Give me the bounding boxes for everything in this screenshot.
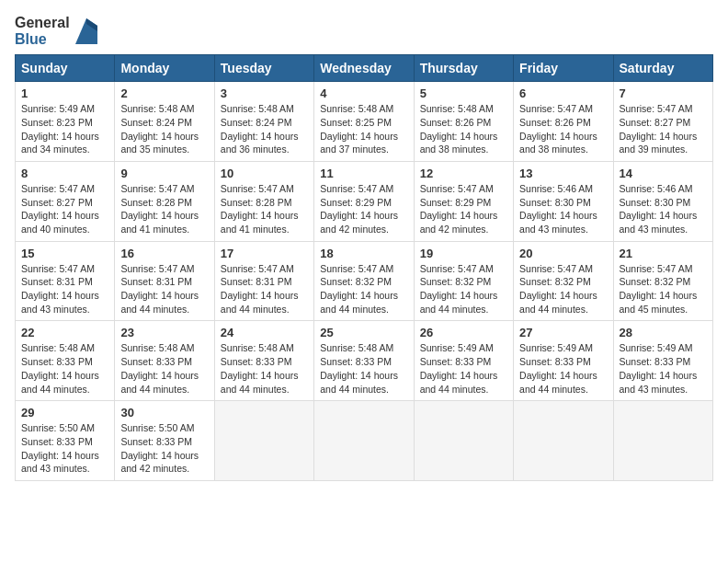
- calendar-day-cell: 5Sunrise: 5:48 AM Sunset: 8:26 PM Daylig…: [414, 82, 513, 162]
- day-info: Sunrise: 5:47 AM Sunset: 8:26 PM Dayligh…: [519, 102, 607, 156]
- calendar-day-cell: 3Sunrise: 5:48 AM Sunset: 8:24 PM Daylig…: [214, 82, 313, 162]
- calendar-day-cell: 14Sunrise: 5:46 AM Sunset: 8:30 PM Dayli…: [613, 161, 712, 241]
- day-info: Sunrise: 5:48 AM Sunset: 8:33 PM Dayligh…: [221, 341, 308, 396]
- day-number: 14: [620, 167, 707, 180]
- logo: General Blue: [15, 15, 97, 47]
- day-number: 10: [221, 167, 308, 180]
- calendar-day-cell: [414, 401, 513, 481]
- day-number: 18: [320, 247, 407, 260]
- calendar-day-cell: 11Sunrise: 5:47 AM Sunset: 8:29 PM Dayli…: [314, 161, 414, 241]
- calendar-day-cell: 12Sunrise: 5:47 AM Sunset: 8:29 PM Dayli…: [414, 161, 513, 241]
- calendar-day-cell: 27Sunrise: 5:49 AM Sunset: 8:33 PM Dayli…: [514, 321, 613, 401]
- calendar-day-cell: 25Sunrise: 5:48 AM Sunset: 8:33 PM Dayli…: [314, 321, 414, 401]
- day-info: Sunrise: 5:47 AM Sunset: 8:31 PM Dayligh…: [120, 262, 208, 316]
- calendar-day-cell: 21Sunrise: 5:47 AM Sunset: 8:32 PM Dayli…: [613, 241, 712, 321]
- calendar-day-cell: 16Sunrise: 5:47 AM Sunset: 8:31 PM Dayli…: [115, 241, 214, 321]
- day-info: Sunrise: 5:47 AM Sunset: 8:29 PM Dayligh…: [420, 182, 507, 236]
- day-info: Sunrise: 5:50 AM Sunset: 8:33 PM Dayligh…: [21, 421, 108, 476]
- day-info: Sunrise: 5:50 AM Sunset: 8:33 PM Dayligh…: [120, 421, 208, 476]
- day-info: Sunrise: 5:48 AM Sunset: 8:25 PM Dayligh…: [320, 102, 407, 156]
- calendar-day-cell: 24Sunrise: 5:48 AM Sunset: 8:33 PM Dayli…: [214, 321, 313, 401]
- day-info: Sunrise: 5:49 AM Sunset: 8:33 PM Dayligh…: [519, 341, 607, 396]
- calendar-day-cell: 10Sunrise: 5:47 AM Sunset: 8:28 PM Dayli…: [214, 161, 313, 241]
- day-info: Sunrise: 5:48 AM Sunset: 8:33 PM Dayligh…: [320, 341, 407, 396]
- day-number: 29: [21, 406, 108, 419]
- day-info: Sunrise: 5:46 AM Sunset: 8:30 PM Dayligh…: [620, 182, 707, 236]
- calendar-day-cell: 4Sunrise: 5:48 AM Sunset: 8:25 PM Daylig…: [314, 82, 414, 162]
- day-number: 16: [120, 247, 208, 260]
- day-info: Sunrise: 5:47 AM Sunset: 8:32 PM Dayligh…: [420, 262, 507, 316]
- day-number: 22: [21, 326, 108, 339]
- calendar-header-row: SundayMondayTuesdayWednesdayThursdayFrid…: [16, 55, 713, 82]
- calendar-day-cell: 29Sunrise: 5:50 AM Sunset: 8:33 PM Dayli…: [16, 401, 115, 481]
- day-number: 4: [320, 86, 407, 100]
- calendar-week-row: 29Sunrise: 5:50 AM Sunset: 8:33 PM Dayli…: [16, 401, 713, 481]
- day-number: 26: [420, 326, 507, 339]
- day-info: Sunrise: 5:47 AM Sunset: 8:27 PM Dayligh…: [620, 102, 707, 156]
- day-number: 17: [221, 247, 308, 260]
- calendar-day-cell: 20Sunrise: 5:47 AM Sunset: 8:32 PM Dayli…: [514, 241, 613, 321]
- calendar-day-cell: [314, 401, 414, 481]
- day-number: 15: [21, 247, 108, 260]
- calendar-day-cell: 19Sunrise: 5:47 AM Sunset: 8:32 PM Dayli…: [414, 241, 513, 321]
- day-info: Sunrise: 5:49 AM Sunset: 8:33 PM Dayligh…: [420, 341, 507, 396]
- day-info: Sunrise: 5:48 AM Sunset: 8:24 PM Dayligh…: [221, 102, 308, 156]
- day-info: Sunrise: 5:47 AM Sunset: 8:28 PM Dayligh…: [120, 182, 208, 236]
- day-of-week-header: Thursday: [414, 55, 513, 82]
- calendar-week-row: 8Sunrise: 5:47 AM Sunset: 8:27 PM Daylig…: [16, 161, 713, 241]
- calendar-day-cell: 17Sunrise: 5:47 AM Sunset: 8:31 PM Dayli…: [214, 241, 313, 321]
- day-number: 12: [420, 167, 507, 180]
- day-number: 11: [320, 167, 407, 180]
- day-number: 6: [519, 86, 607, 100]
- day-number: 28: [620, 326, 707, 339]
- day-info: Sunrise: 5:46 AM Sunset: 8:30 PM Dayligh…: [519, 182, 607, 236]
- day-number: 24: [221, 326, 308, 339]
- calendar-day-cell: 22Sunrise: 5:48 AM Sunset: 8:33 PM Dayli…: [16, 321, 115, 401]
- calendar-day-cell: 7Sunrise: 5:47 AM Sunset: 8:27 PM Daylig…: [613, 82, 712, 162]
- calendar-day-cell: 28Sunrise: 5:49 AM Sunset: 8:33 PM Dayli…: [613, 321, 712, 401]
- calendar-week-row: 22Sunrise: 5:48 AM Sunset: 8:33 PM Dayli…: [16, 321, 713, 401]
- day-info: Sunrise: 5:47 AM Sunset: 8:29 PM Dayligh…: [320, 182, 407, 236]
- calendar-day-cell: 26Sunrise: 5:49 AM Sunset: 8:33 PM Dayli…: [414, 321, 513, 401]
- day-info: Sunrise: 5:47 AM Sunset: 8:31 PM Dayligh…: [21, 262, 108, 316]
- calendar-day-cell: [613, 401, 712, 481]
- day-number: 20: [519, 247, 607, 260]
- calendar-week-row: 15Sunrise: 5:47 AM Sunset: 8:31 PM Dayli…: [16, 241, 713, 321]
- day-info: Sunrise: 5:47 AM Sunset: 8:32 PM Dayligh…: [519, 262, 607, 316]
- day-info: Sunrise: 5:47 AM Sunset: 8:32 PM Dayligh…: [620, 262, 707, 316]
- day-number: 2: [120, 86, 208, 100]
- day-of-week-header: Wednesday: [314, 55, 414, 82]
- calendar-week-row: 1Sunrise: 5:49 AM Sunset: 8:23 PM Daylig…: [16, 82, 713, 162]
- calendar-day-cell: 15Sunrise: 5:47 AM Sunset: 8:31 PM Dayli…: [16, 241, 115, 321]
- day-number: 23: [120, 326, 208, 339]
- day-number: 21: [620, 247, 707, 260]
- calendar-day-cell: [514, 401, 613, 481]
- calendar-day-cell: 1Sunrise: 5:49 AM Sunset: 8:23 PM Daylig…: [16, 82, 115, 162]
- day-info: Sunrise: 5:48 AM Sunset: 8:26 PM Dayligh…: [420, 102, 507, 156]
- calendar-table: SundayMondayTuesdayWednesdayThursdayFrid…: [15, 54, 713, 481]
- day-number: 9: [120, 167, 208, 180]
- day-info: Sunrise: 5:47 AM Sunset: 8:32 PM Dayligh…: [320, 262, 407, 316]
- logo-blue: Blue: [15, 31, 47, 48]
- day-number: 3: [221, 86, 308, 100]
- day-number: 7: [620, 86, 707, 100]
- day-number: 19: [420, 247, 507, 260]
- day-info: Sunrise: 5:48 AM Sunset: 8:24 PM Dayligh…: [120, 102, 208, 156]
- calendar-day-cell: 23Sunrise: 5:48 AM Sunset: 8:33 PM Dayli…: [115, 321, 214, 401]
- day-number: 25: [320, 326, 407, 339]
- day-number: 5: [420, 86, 507, 100]
- calendar-day-cell: 18Sunrise: 5:47 AM Sunset: 8:32 PM Dayli…: [314, 241, 414, 321]
- calendar-day-cell: 13Sunrise: 5:46 AM Sunset: 8:30 PM Dayli…: [514, 161, 613, 241]
- day-number: 27: [519, 326, 607, 339]
- day-info: Sunrise: 5:48 AM Sunset: 8:33 PM Dayligh…: [21, 341, 108, 396]
- day-of-week-header: Tuesday: [214, 55, 313, 82]
- header: General Blue: [15, 15, 713, 47]
- day-of-week-header: Friday: [514, 55, 613, 82]
- calendar-day-cell: 8Sunrise: 5:47 AM Sunset: 8:27 PM Daylig…: [16, 161, 115, 241]
- calendar-day-cell: [214, 401, 313, 481]
- day-info: Sunrise: 5:48 AM Sunset: 8:33 PM Dayligh…: [120, 341, 208, 396]
- day-number: 1: [21, 86, 108, 100]
- day-info: Sunrise: 5:47 AM Sunset: 8:28 PM Dayligh…: [221, 182, 308, 236]
- day-info: Sunrise: 5:49 AM Sunset: 8:33 PM Dayligh…: [620, 341, 707, 396]
- day-number: 30: [120, 406, 208, 419]
